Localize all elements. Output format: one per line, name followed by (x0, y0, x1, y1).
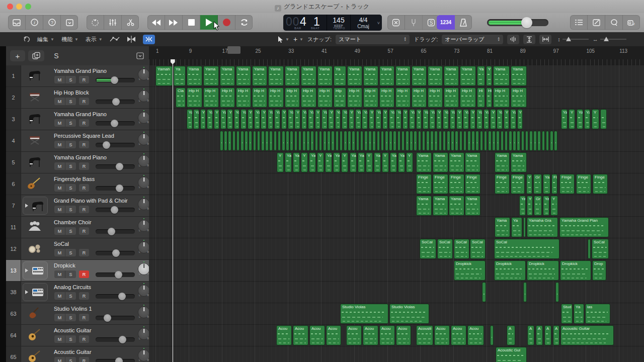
record-enable-button[interactable]: R (79, 270, 89, 278)
pan-knob[interactable]: LR (138, 263, 150, 275)
lcd-options-chevron-icon[interactable]: ˅ (377, 21, 380, 26)
editors-icon[interactable] (122, 15, 139, 30)
midi-region[interactable]: Ya (288, 109, 294, 129)
midi-region[interactable]: Acou (379, 325, 395, 345)
midi-region[interactable]: Hip H (460, 87, 476, 108)
midi-region-sliver[interactable] (451, 131, 454, 151)
midi-region[interactable]: Y (436, 109, 442, 129)
midi-region[interactable]: Acou (434, 325, 450, 345)
track-volume-slider[interactable] (96, 186, 135, 191)
midi-region[interactable]: Yamah (155, 66, 173, 86)
midi-region-sliver[interactable] (265, 131, 269, 151)
track-name[interactable]: Percussive Square Lead (54, 133, 114, 139)
midi-region[interactable]: Y (382, 152, 389, 172)
midi-region[interactable]: Finge (449, 174, 464, 194)
midi-region-sliver[interactable] (554, 131, 557, 151)
midi-region[interactable]: Ya (358, 152, 365, 172)
midi-region-sliver[interactable] (588, 239, 591, 259)
midi-region[interactable]: Hip H (363, 87, 378, 108)
midi-region[interactable]: Ya (274, 109, 280, 129)
track-volume-slider[interactable] (96, 359, 135, 362)
record-enable-button[interactable]: R (79, 162, 89, 170)
midi-region[interactable]: Ya (484, 109, 490, 129)
disclosure-triangle-icon[interactable] (25, 290, 28, 294)
midi-region-sliver[interactable] (501, 131, 504, 151)
midi-region-sliver[interactable] (463, 131, 467, 151)
midi-region[interactable]: Y (490, 109, 496, 129)
midi-region[interactable]: Yama (301, 66, 316, 86)
midi-region-sliver[interactable] (344, 131, 347, 151)
midi-region[interactable]: Hip H (301, 87, 316, 108)
track-name[interactable]: Dropkick (54, 262, 75, 268)
midi-region-sliver[interactable] (340, 131, 343, 151)
track-name[interactable]: Yamaha Grand Piano (54, 111, 107, 117)
track-name[interactable]: Yamaha Grand Piano (54, 154, 107, 160)
snap-mode-dropdown[interactable]: スマート▲▼ (336, 35, 410, 44)
midi-region[interactable]: SoCal (454, 239, 469, 259)
midi-region[interactable]: Yama (379, 66, 394, 86)
midi-region[interactable]: Hi (477, 87, 485, 108)
track-row-6[interactable]: 6Fingerstyle BassMSRLR (6, 173, 149, 195)
midi-region[interactable]: Yama (449, 196, 464, 216)
mute-button[interactable]: M (54, 314, 65, 321)
track-row-11[interactable]: 11Chamber ChoirMSRLR (6, 217, 149, 238)
midi-region[interactable]: Y (504, 109, 510, 129)
list-editors-icon[interactable] (570, 15, 588, 30)
midi-region[interactable]: Ya (309, 152, 316, 172)
midi-region-sliver[interactable] (364, 131, 368, 151)
midi-region-sliver[interactable] (381, 131, 384, 151)
midi-region-sliver[interactable] (529, 131, 533, 151)
midi-region-sliver[interactable] (356, 131, 360, 151)
midi-region[interactable]: Drop (592, 260, 606, 281)
midi-region-sliver[interactable] (406, 131, 409, 151)
midi-region[interactable]: Yama (460, 66, 476, 86)
track-volume-slider[interactable] (96, 251, 135, 255)
midi-region[interactable]: Dropkick (454, 260, 486, 281)
midi-region-sliver[interactable] (352, 131, 355, 151)
track-volume-slider[interactable] (96, 100, 135, 104)
midi-region[interactable]: Ya (398, 152, 405, 172)
midi-region[interactable]: Finge (495, 174, 510, 194)
midi-region[interactable]: Hip H (252, 87, 267, 108)
midi-region[interactable]: Hip H (493, 87, 510, 108)
midi-region[interactable]: Y (569, 109, 575, 129)
master-solo-button[interactable]: S (49, 50, 63, 61)
midi-region[interactable]: Dropkick (560, 260, 591, 281)
track-volume-slider[interactable] (96, 143, 135, 147)
midi-region[interactable]: Y (317, 152, 324, 172)
midi-region[interactable]: Ya (577, 109, 583, 129)
track-volume-slider[interactable] (96, 229, 135, 234)
midi-region[interactable]: Hip H (236, 87, 251, 108)
midi-region-sliver[interactable] (475, 131, 479, 151)
midi-region[interactable]: Y (328, 109, 334, 129)
midi-region[interactable]: SoCal (494, 239, 559, 259)
record-enable-button[interactable]: R (79, 335, 89, 343)
midi-region-sliver[interactable] (368, 131, 372, 151)
midi-region[interactable]: Finge (465, 174, 480, 194)
catch-playhead-button[interactable] (143, 35, 155, 44)
replace-mode-icon[interactable] (387, 15, 405, 30)
midi-region-sliver[interactable] (323, 131, 327, 151)
midi-region[interactable]: Ya (574, 304, 584, 324)
track-volume-slider[interactable] (96, 164, 135, 169)
midi-region[interactable]: Ya (333, 152, 340, 172)
solo-button[interactable]: S (65, 76, 76, 83)
midi-region-sliver[interactable] (310, 131, 314, 151)
solo-button[interactable]: S (65, 206, 76, 213)
track-name[interactable]: Fingerstyle Bass (54, 176, 95, 182)
midi-region[interactable]: Yama (317, 66, 333, 86)
track-disclosure[interactable] (23, 197, 48, 215)
pan-knob[interactable]: LR (138, 155, 150, 167)
toolbar-toggle-icon[interactable] (61, 15, 78, 30)
record-enable-button[interactable]: R (79, 292, 89, 300)
midi-region[interactable]: Hip H (317, 87, 333, 108)
midi-region[interactable]: Ya (463, 109, 469, 129)
midi-region[interactable]: Y (517, 109, 523, 129)
midi-region[interactable]: Ya (443, 109, 449, 129)
midi-region-sliver[interactable] (471, 131, 475, 151)
midi-region-sliver[interactable] (220, 131, 223, 151)
midi-region-sliver[interactable] (224, 131, 227, 151)
midi-region[interactable]: Fi (551, 174, 557, 194)
track-name[interactable]: Hip Hop Block (54, 89, 89, 96)
midi-region[interactable]: Studio Violas (340, 304, 388, 324)
